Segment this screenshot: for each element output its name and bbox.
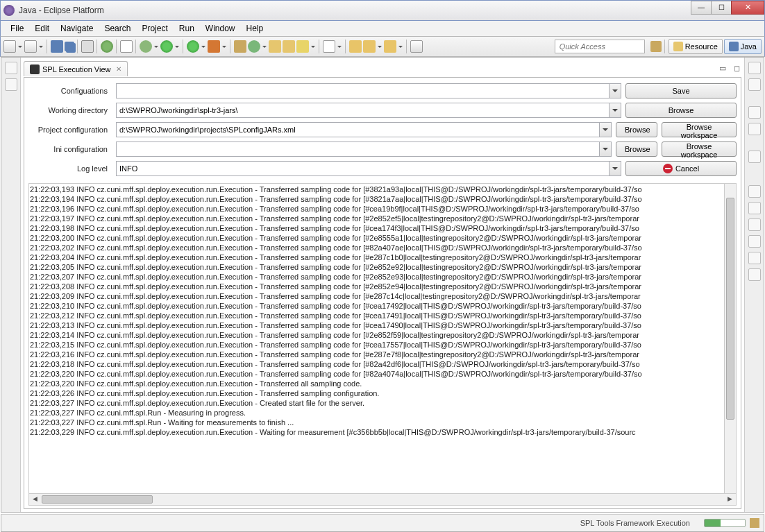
loglevel-dropdown-icon[interactable] xyxy=(609,162,621,175)
menu-run[interactable]: Run xyxy=(174,22,200,35)
configurations-combo[interactable] xyxy=(116,83,621,98)
new-class-icon[interactable] xyxy=(248,40,260,53)
browse-workspace-iniconfig-button[interactable]: Browse workspace xyxy=(662,141,737,157)
new-class-dropdown[interactable] xyxy=(262,40,267,53)
menu-navigate[interactable]: Navigate xyxy=(55,22,99,35)
maximize-view-icon[interactable]: ◻ xyxy=(732,64,741,74)
save-icon[interactable] xyxy=(51,40,63,53)
back-dropdown[interactable] xyxy=(377,40,382,53)
workingdir-dropdown-icon[interactable] xyxy=(609,103,621,117)
declaration-trim-icon[interactable] xyxy=(748,235,761,248)
search-tb-icon[interactable] xyxy=(323,40,335,53)
problems-trim-icon[interactable] xyxy=(748,202,761,214)
scrollbar-thumb[interactable] xyxy=(726,198,734,420)
pin-editor-icon[interactable] xyxy=(410,40,423,53)
log-vertical-scrollbar[interactable] xyxy=(724,184,736,493)
hierarchy-trim-icon[interactable] xyxy=(748,123,761,135)
scroll-left-icon[interactable]: ◀ xyxy=(29,494,41,505)
iniconfig-combo[interactable] xyxy=(116,141,612,157)
new-package-icon[interactable] xyxy=(234,40,246,53)
save-button[interactable]: Save xyxy=(625,83,737,98)
open-perspective-icon[interactable] xyxy=(650,41,662,52)
save-all-icon[interactable] xyxy=(65,42,74,51)
restore-right-icon[interactable] xyxy=(748,62,761,74)
console-trim-icon[interactable] xyxy=(748,252,761,264)
menu-edit[interactable]: Edit xyxy=(29,22,55,35)
browse-iniconfig-button[interactable]: Browse xyxy=(616,141,657,157)
spl-trim-icon[interactable] xyxy=(748,151,761,163)
main-toolbar: Resource Java xyxy=(0,36,765,57)
external-tools-dropdown[interactable] xyxy=(221,40,227,53)
menu-project[interactable]: Project xyxy=(136,22,173,35)
configurations-input[interactable] xyxy=(117,84,608,98)
loglevel-input[interactable] xyxy=(117,162,608,175)
quick-access-input[interactable] xyxy=(555,40,645,53)
browse-workingdir-button[interactable]: Browse xyxy=(625,103,737,118)
menu-help[interactable]: Help xyxy=(241,22,269,35)
projectconfig-dropdown-icon[interactable] xyxy=(599,123,611,137)
run-dropdown[interactable] xyxy=(174,40,180,53)
skip-breakpoints-icon[interactable] xyxy=(101,40,113,53)
log-line: 21:22:03,220 INFO cz.cuni.mff.spl.deploy… xyxy=(30,369,735,379)
last-edit-icon[interactable] xyxy=(349,40,362,53)
close-tab-icon[interactable]: ✕ xyxy=(116,65,121,73)
workingdir-input[interactable] xyxy=(117,103,608,117)
browse-workspace-projectconfig-button[interactable]: Browse workspace xyxy=(662,122,737,137)
cancel-button[interactable]: Cancel xyxy=(625,161,737,176)
workingdir-combo[interactable] xyxy=(116,103,621,118)
configurations-dropdown-icon[interactable] xyxy=(609,84,621,98)
debug-icon[interactable] xyxy=(140,40,152,53)
menu-search[interactable]: Search xyxy=(99,22,136,35)
tab-spl-execution-view[interactable]: SPL Execution View ✕ xyxy=(24,61,128,76)
restore-bottom-icon[interactable] xyxy=(748,185,761,198)
scrollbar-thumb-h[interactable] xyxy=(42,495,153,504)
open-task-dropdown[interactable] xyxy=(310,40,316,53)
show-background-operations-icon[interactable] xyxy=(750,518,759,528)
browse-projectconfig-button[interactable]: Browse xyxy=(616,122,657,137)
close-window-button[interactable] xyxy=(731,1,764,15)
log-output[interactable]: 21:22:03,193 INFO cz.cuni.mff.spl.deploy… xyxy=(28,183,737,494)
minimize-button[interactable] xyxy=(691,1,712,15)
forward-icon[interactable] xyxy=(384,40,396,53)
task-list-trim-icon[interactable] xyxy=(748,78,761,91)
spl-execution-view: Configuations Save Working directory Bro… xyxy=(24,77,741,509)
run-last-dropdown[interactable] xyxy=(201,40,206,53)
minimize-view-icon[interactable]: ▭ xyxy=(718,64,728,74)
perspective-resource[interactable]: Resource xyxy=(669,39,723,54)
search-icon[interactable] xyxy=(120,40,133,53)
loglevel-combo[interactable] xyxy=(116,161,621,176)
new-project-icon[interactable] xyxy=(24,40,37,53)
search-tb-dropdown[interactable] xyxy=(337,40,342,53)
run-last-icon[interactable] xyxy=(187,40,199,53)
progress-bar[interactable] xyxy=(704,519,746,527)
new-icon[interactable] xyxy=(3,40,16,53)
restore-left-icon[interactable] xyxy=(5,62,17,74)
scroll-right-icon[interactable]: ▶ xyxy=(724,494,736,505)
new-project-dropdown[interactable] xyxy=(38,40,44,53)
log-line: 21:22:03,218 INFO cz.cuni.mff.spl.deploy… xyxy=(30,359,735,369)
back-icon[interactable] xyxy=(363,40,376,53)
new-folder-icon[interactable] xyxy=(269,40,281,53)
menu-file[interactable]: File xyxy=(5,22,29,35)
javadoc-trim-icon[interactable] xyxy=(748,218,761,231)
run-icon[interactable] xyxy=(160,40,173,53)
iniconfig-dropdown-icon[interactable] xyxy=(599,142,611,156)
print-icon[interactable] xyxy=(81,40,94,53)
menu-window[interactable]: Window xyxy=(200,22,241,35)
perspective-java[interactable]: Java xyxy=(724,39,762,54)
log-horizontal-scrollbar[interactable]: ◀ ▶ xyxy=(28,494,737,506)
error-log-trim-icon[interactable] xyxy=(748,268,761,281)
iniconfig-input[interactable] xyxy=(117,142,598,156)
maximize-button[interactable] xyxy=(711,1,732,15)
debug-dropdown[interactable] xyxy=(153,40,159,53)
external-tools-icon[interactable] xyxy=(208,40,220,53)
open-task-icon[interactable] xyxy=(296,40,309,53)
package-explorer-trim-icon[interactable] xyxy=(5,78,17,91)
new-dropdown[interactable] xyxy=(17,40,23,53)
open-type-icon[interactable] xyxy=(283,40,295,53)
forward-dropdown[interactable] xyxy=(398,40,403,53)
projectconfig-combo[interactable] xyxy=(116,122,612,137)
projectconfig-input[interactable] xyxy=(117,123,598,137)
outline-trim-icon[interactable] xyxy=(748,106,761,119)
log-line: 21:22:03,197 INFO cz.cuni.mff.spl.deploy… xyxy=(30,214,735,223)
